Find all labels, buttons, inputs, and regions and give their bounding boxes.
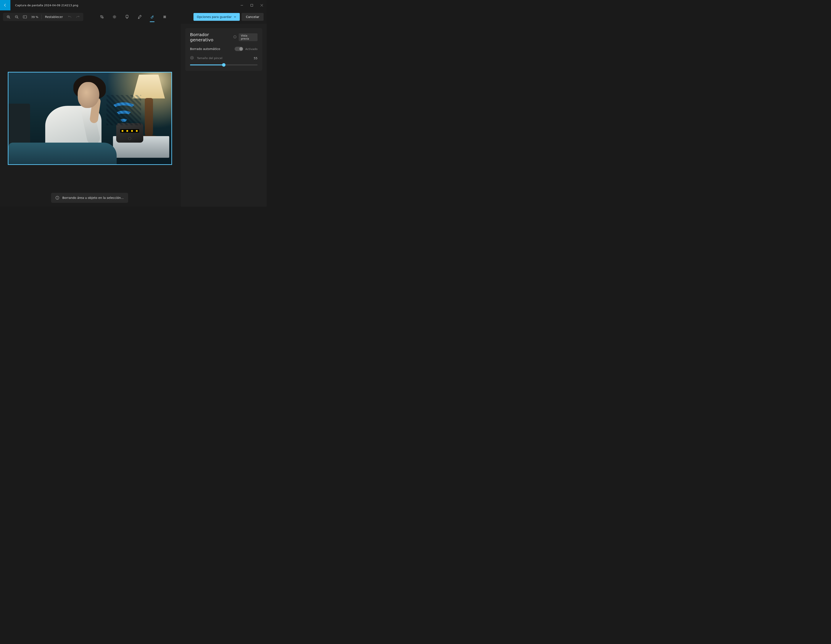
svg-point-43 xyxy=(191,57,193,59)
svg-point-34 xyxy=(164,17,165,18)
lamp-base xyxy=(145,98,153,137)
fit-to-screen-button[interactable] xyxy=(21,13,29,21)
svg-point-32 xyxy=(166,17,166,17)
svg-line-22 xyxy=(115,16,116,16)
zoom-out-button[interactable] xyxy=(13,13,21,21)
auto-erase-state: Activado xyxy=(245,48,258,51)
auto-erase-row: Borrado automático Activado xyxy=(190,47,258,51)
crop-icon xyxy=(100,15,104,19)
svg-rect-23 xyxy=(126,15,128,18)
brush-size-slider[interactable] xyxy=(190,63,258,67)
generative-erase-panel: Borrador generativo Vista previa Borrado… xyxy=(185,28,262,71)
router-led-icon xyxy=(126,130,128,132)
svg-line-19 xyxy=(113,16,114,16)
save-options-button[interactable]: Opciones para guardar xyxy=(193,13,240,21)
cancel-button[interactable]: Cancelar xyxy=(242,13,264,21)
zoom-in-icon xyxy=(7,15,10,19)
redo-button[interactable] xyxy=(74,13,82,21)
title-bar: Captura de pantalla 2024-04-09 214213.pn… xyxy=(0,0,267,10)
info-button[interactable] xyxy=(233,35,237,40)
svg-line-21 xyxy=(113,18,114,18)
minimize-button[interactable] xyxy=(237,2,247,9)
image-frame[interactable] xyxy=(8,72,172,165)
pen-icon xyxy=(138,15,142,19)
panel-header: Borrador generativo Vista previa xyxy=(190,32,258,43)
router-power-icon xyxy=(128,137,131,140)
svg-point-27 xyxy=(164,16,164,16)
markup-tool[interactable] xyxy=(136,13,143,21)
filter-icon xyxy=(125,15,129,19)
svg-point-29 xyxy=(166,16,166,16)
svg-point-38 xyxy=(57,197,57,197)
background-tool[interactable] xyxy=(161,13,168,21)
svg-point-35 xyxy=(166,17,166,18)
background-blur-icon xyxy=(163,15,167,19)
toast-message: Borrando área u objeto en la selección..… xyxy=(62,196,124,200)
minimize-icon xyxy=(240,4,243,6)
eraser-sparkle-icon xyxy=(150,15,154,19)
router-led-icon xyxy=(136,130,138,132)
arrow-left-icon xyxy=(3,3,7,7)
close-icon xyxy=(261,4,263,6)
zoom-toolbar-group: 39 % Restablecer xyxy=(3,13,83,21)
brush-target-icon xyxy=(190,56,194,60)
router-device xyxy=(116,123,143,143)
canvas-area[interactable]: Borrando área u objeto en la selección..… xyxy=(0,24,181,207)
svg-point-42 xyxy=(190,56,193,59)
maximize-icon xyxy=(251,4,253,6)
maximize-button[interactable] xyxy=(247,2,257,9)
slider-thumb[interactable] xyxy=(222,63,226,67)
zoom-in-button[interactable] xyxy=(4,13,13,21)
brush-size-label: Tamaño del pincel xyxy=(197,56,223,60)
status-toast: Borrando área u objeto en la selección..… xyxy=(51,193,128,203)
zoom-out-icon xyxy=(15,15,19,19)
slider-fill xyxy=(190,65,224,65)
svg-line-5 xyxy=(9,17,10,19)
router-led-icon xyxy=(122,130,123,132)
auto-erase-toggle[interactable] xyxy=(235,47,243,51)
edit-tools-group xyxy=(98,13,168,21)
close-button[interactable] xyxy=(257,2,267,9)
zoom-percentage: 39 % xyxy=(29,15,40,19)
router-screen xyxy=(120,129,139,133)
undo-icon xyxy=(68,15,72,19)
brush-size-value: 55 xyxy=(254,56,258,60)
save-label: Opciones para guardar xyxy=(197,15,232,19)
reset-button[interactable]: Restablecer xyxy=(42,13,65,21)
svg-rect-11 xyxy=(23,16,27,18)
svg-point-33 xyxy=(164,17,164,18)
fit-screen-icon xyxy=(23,15,27,18)
filter-tool[interactable] xyxy=(123,13,131,21)
undo-button[interactable] xyxy=(65,13,74,21)
crop-tool[interactable] xyxy=(98,13,106,21)
editor-main: Borrando área u objeto en la selección..… xyxy=(0,24,267,207)
window-title: Captura de pantalla 2024-04-09 214213.pn… xyxy=(10,4,78,7)
side-panel: Borrador generativo Vista previa Borrado… xyxy=(181,24,267,207)
svg-point-14 xyxy=(114,16,115,18)
editor-toolbar: 39 % Restablecer xyxy=(0,10,267,23)
svg-line-9 xyxy=(18,17,18,19)
preview-badge: Vista previa xyxy=(239,33,258,41)
brightness-icon xyxy=(113,15,116,19)
info-icon xyxy=(56,196,59,200)
adjust-tool[interactable] xyxy=(111,13,118,21)
brush-size-row: Tamaño del pincel 55 xyxy=(190,56,258,60)
svg-point-41 xyxy=(235,36,235,36)
headboard-shape xyxy=(8,103,30,147)
action-buttons-group: Opciones para guardar Cancelar xyxy=(193,13,264,21)
bed-shape xyxy=(8,143,117,164)
info-icon xyxy=(233,35,237,38)
svg-point-31 xyxy=(164,16,165,17)
svg-point-30 xyxy=(164,17,164,17)
window-controls xyxy=(237,2,267,9)
chevron-down-icon xyxy=(234,16,236,18)
image-content xyxy=(8,73,171,164)
redo-icon xyxy=(76,15,80,19)
back-button[interactable] xyxy=(0,0,10,10)
auto-erase-label: Borrado automático xyxy=(190,47,220,51)
svg-line-20 xyxy=(115,18,116,18)
router-led-icon xyxy=(131,130,133,132)
panel-title: Borrador generativo xyxy=(190,32,231,43)
erase-tool[interactable] xyxy=(148,13,156,21)
svg-point-28 xyxy=(164,16,165,16)
